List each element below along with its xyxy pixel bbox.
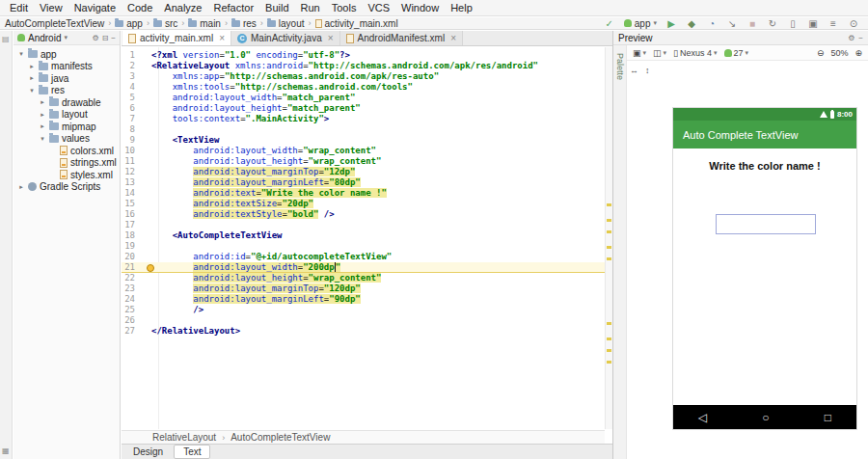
tree-arrow-icon[interactable]: ▸ — [39, 122, 46, 130]
tab-design[interactable]: Design — [124, 446, 172, 458]
nav-recents-icon[interactable]: □ — [825, 411, 831, 424]
attach-debugger-icon[interactable]: ↘ — [726, 18, 738, 29]
sdk-manager-icon[interactable]: ▣ — [807, 18, 819, 29]
breadcrumb-item-autocompletetextview[interactable]: AutoCompleteTextView — [231, 432, 330, 443]
line-number: 13 — [122, 177, 147, 188]
project-toolwindow-icon[interactable]: ▤ — [2, 35, 10, 43]
run-icon[interactable]: ▶ — [665, 18, 677, 29]
menu-item-refactor[interactable]: Refactor — [207, 2, 259, 14]
menu-item-navigate[interactable]: Navigate — [68, 2, 122, 14]
menu-item-edit[interactable]: Edit — [4, 2, 34, 14]
xml-icon — [60, 146, 68, 155]
code-text: android:layout_width="match_parent" — [151, 93, 355, 102]
breadcrumb-item-activity-main-xml[interactable]: activity_main.xml — [315, 18, 398, 29]
tree-item-gradle-scripts[interactable]: ▸Gradle Scripts — [14, 181, 120, 194]
tree-item-java[interactable]: ▸java — [14, 72, 120, 85]
autocomplete-textview[interactable] — [716, 214, 816, 234]
collapse-all-icon[interactable]: ⊟ — [102, 34, 109, 42]
tab-mainactivity-java[interactable]: CMainActivity.java× — [231, 31, 340, 45]
tree-arrow-icon[interactable]: ▸ — [28, 74, 36, 82]
tree-arrow-icon[interactable]: ▸ — [28, 63, 36, 70]
menu-item-build[interactable]: Build — [259, 2, 294, 14]
settings-gear-icon[interactable]: ⚙ — [848, 34, 854, 42]
menu-item-help[interactable]: Help — [445, 2, 478, 14]
tree-arrow-icon[interactable]: ▸ — [17, 183, 25, 191]
palette-tab[interactable]: Palette — [615, 53, 625, 80]
close-icon[interactable]: × — [217, 33, 225, 43]
menu-item-tools[interactable]: Tools — [326, 2, 363, 14]
tree-item-mipmap[interactable]: ▸mipmap — [14, 121, 120, 133]
menu-item-window[interactable]: Window — [395, 2, 445, 14]
menu-item-code[interactable]: Code — [122, 2, 158, 14]
intention-bulb-icon[interactable] — [147, 264, 154, 272]
match-height-icon[interactable]: ↕ — [645, 66, 650, 75]
breadcrumb-item-app[interactable]: app — [115, 18, 143, 29]
tree-item-manifests[interactable]: ▸manifests — [14, 61, 120, 73]
run-config-selector[interactable]: app▾ — [624, 18, 657, 29]
breadcrumb-item-relativelayout[interactable]: RelativeLayout — [152, 432, 216, 443]
hide-panel-icon[interactable]: − — [858, 34, 863, 42]
stop-icon[interactable]: ■ — [746, 18, 758, 29]
tree-item-res[interactable]: ▾res — [14, 85, 120, 97]
hide-panel-icon[interactable]: − — [111, 34, 116, 42]
match-width-icon[interactable]: ↔ — [630, 66, 638, 75]
tree-label: styles.xml — [70, 170, 113, 180]
tree-arrow-icon[interactable]: ▾ — [17, 50, 25, 58]
line-number: 9 — [122, 135, 147, 146]
close-icon[interactable]: × — [326, 33, 334, 43]
breadcrumb-item-res[interactable]: res — [231, 18, 257, 29]
toolwindow-toggle-icon[interactable]: ▦ — [2, 446, 10, 455]
menu-item-view[interactable]: View — [34, 2, 68, 14]
tree-item-drawable[interactable]: ▸drawable — [14, 96, 120, 109]
zoom-in-button[interactable]: ⊕ — [854, 48, 862, 58]
device-selector[interactable]: ▯Nexus 4▾ — [673, 48, 718, 58]
tree-label: values — [62, 133, 90, 144]
line-number: 23 — [122, 284, 147, 294]
tree-item-layout[interactable]: ▸layout — [14, 109, 120, 122]
breadcrumb-item-layout[interactable]: layout — [267, 18, 305, 29]
api-selector[interactable]: 27▾ — [724, 48, 749, 58]
project-view-selector[interactable]: Android — [28, 33, 61, 43]
tree-item-strings-xml[interactable]: strings.xml — [14, 157, 120, 170]
tab-activity-main-xml[interactable]: activity_main.xml× — [122, 31, 231, 45]
nav-home-icon[interactable]: ○ — [762, 411, 769, 424]
tab-androidmanifest-xml[interactable]: AndroidManifest.xml× — [340, 31, 463, 45]
code-text: android:layout_marginTop="120dp" — [151, 284, 361, 293]
nav-back-icon[interactable]: ◁ — [698, 411, 707, 424]
code-area[interactable]: 1<?xml version="1.0" encoding="utf-8"?>2… — [122, 47, 605, 429]
settings-gear-icon[interactable]: ⚙ — [92, 34, 98, 42]
menu-item-vcs[interactable]: VCS — [362, 2, 395, 14]
editor-scrollbar[interactable] — [605, 47, 612, 429]
line-number: 1 — [122, 50, 147, 61]
profiler-icon[interactable]: ◔ — [706, 18, 718, 29]
folder-icon — [267, 20, 276, 27]
zoom-out-button[interactable]: ⊖ — [817, 48, 825, 58]
chevron-down-icon: ▾ — [714, 49, 718, 57]
debug-icon[interactable]: ◆ — [686, 18, 697, 29]
search-icon[interactable]: ⊙ — [848, 18, 859, 29]
surface-selector[interactable]: ▣▾ — [633, 48, 646, 58]
menu-item-run[interactable]: Run — [295, 2, 326, 14]
tree-item-app[interactable]: ▾app — [14, 48, 120, 61]
tree-item-colors-xml[interactable]: colors.xml — [14, 145, 120, 157]
breadcrumb-item-autocompletetextview[interactable]: AutoCompleteTextView — [5, 18, 104, 29]
tree-arrow-icon[interactable]: ▾ — [28, 87, 36, 94]
tree-item-values[interactable]: ▾values — [14, 133, 120, 146]
tree-item-styles-xml[interactable]: styles.xml — [14, 169, 120, 181]
build-check-icon[interactable]: ✓ — [604, 18, 615, 29]
avd-manager-icon[interactable]: ▯ — [787, 18, 799, 29]
structure-icon[interactable]: ≡ — [827, 18, 839, 29]
breadcrumb-item-main[interactable]: main — [188, 18, 221, 29]
breadcrumb-item-src[interactable]: src — [153, 18, 177, 29]
tab-text[interactable]: Text — [174, 445, 210, 459]
code-line: 21 android:layout_width="200dp" — [122, 262, 605, 273]
zoom-level[interactable]: 50% — [830, 48, 848, 58]
close-icon[interactable]: × — [448, 33, 456, 43]
sync-gradle-icon[interactable]: ↻ — [767, 18, 778, 29]
orientation-selector[interactable]: ◫▾ — [653, 48, 666, 58]
tree-arrow-icon[interactable]: ▸ — [39, 111, 46, 119]
tree-arrow-icon[interactable]: ▾ — [39, 135, 46, 143]
tree-arrow-icon[interactable]: ▸ — [39, 98, 46, 106]
line-number: 14 — [122, 188, 147, 199]
menu-item-analyze[interactable]: Analyze — [158, 2, 207, 14]
